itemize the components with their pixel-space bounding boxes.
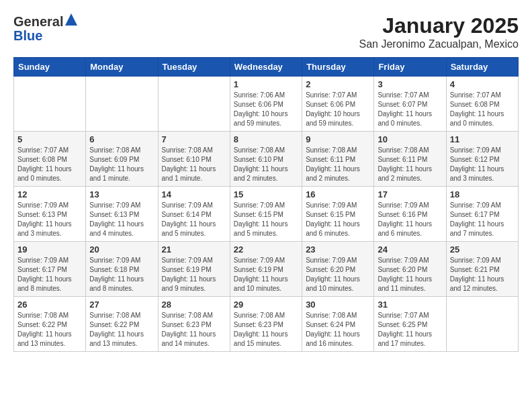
- page-header: General Blue January 2025 San Jeronimo Z…: [13, 13, 519, 50]
- day-number: 12: [17, 189, 82, 199]
- day-info: Sunrise: 7:09 AM Sunset: 6:20 PM Dayligh…: [306, 256, 370, 293]
- day-number: 18: [450, 189, 515, 199]
- calendar-title: January 2025: [359, 13, 519, 38]
- day-number: 20: [89, 244, 154, 255]
- day-info: Sunrise: 7:09 AM Sunset: 6:17 PM Dayligh…: [17, 256, 82, 293]
- calendar-cell: 21Sunrise: 7:09 AM Sunset: 6:19 PM Dayli…: [158, 242, 230, 297]
- weekday-header-monday: Monday: [86, 58, 158, 77]
- weekday-header-thursday: Thursday: [302, 58, 374, 77]
- calendar-cell: 2Sunrise: 7:07 AM Sunset: 6:06 PM Daylig…: [302, 77, 374, 132]
- weekday-header-sunday: Sunday: [14, 58, 86, 77]
- day-info: Sunrise: 7:08 AM Sunset: 6:10 PM Dayligh…: [162, 146, 226, 183]
- day-info: Sunrise: 7:07 AM Sunset: 6:08 PM Dayligh…: [450, 91, 515, 128]
- calendar-cell: 14Sunrise: 7:09 AM Sunset: 6:14 PM Dayli…: [158, 187, 230, 242]
- day-number: 4: [450, 79, 515, 89]
- day-info: Sunrise: 7:09 AM Sunset: 6:15 PM Dayligh…: [306, 201, 370, 238]
- calendar-body: 1Sunrise: 7:06 AM Sunset: 6:06 PM Daylig…: [14, 77, 519, 352]
- calendar-cell: [86, 77, 158, 132]
- calendar-cell: 20Sunrise: 7:09 AM Sunset: 6:18 PM Dayli…: [86, 242, 158, 297]
- day-info: Sunrise: 7:08 AM Sunset: 6:11 PM Dayligh…: [378, 146, 442, 183]
- day-number: 22: [234, 244, 298, 255]
- logo-general-text: General: [13, 14, 63, 29]
- day-info: Sunrise: 7:08 AM Sunset: 6:09 PM Dayligh…: [89, 146, 154, 183]
- calendar-cell: 22Sunrise: 7:09 AM Sunset: 6:19 PM Dayli…: [230, 242, 302, 297]
- week-row-3: 12Sunrise: 7:09 AM Sunset: 6:13 PM Dayli…: [14, 187, 519, 242]
- day-info: Sunrise: 7:08 AM Sunset: 6:23 PM Dayligh…: [162, 311, 226, 349]
- day-number: 24: [378, 244, 442, 255]
- calendar-cell: 28Sunrise: 7:08 AM Sunset: 6:23 PM Dayli…: [158, 297, 230, 352]
- calendar-cell: 13Sunrise: 7:09 AM Sunset: 6:13 PM Dayli…: [86, 187, 158, 242]
- day-info: Sunrise: 7:09 AM Sunset: 6:18 PM Dayligh…: [89, 256, 154, 293]
- day-info: Sunrise: 7:09 AM Sunset: 6:19 PM Dayligh…: [234, 256, 298, 293]
- day-number: 28: [162, 300, 226, 310]
- week-row-5: 26Sunrise: 7:08 AM Sunset: 6:22 PM Dayli…: [14, 297, 519, 352]
- weekday-header-tuesday: Tuesday: [158, 58, 230, 77]
- day-number: 3: [378, 79, 442, 89]
- day-info: Sunrise: 7:09 AM Sunset: 6:15 PM Dayligh…: [234, 201, 298, 238]
- calendar-cell: 16Sunrise: 7:09 AM Sunset: 6:15 PM Dayli…: [302, 187, 374, 242]
- day-info: Sunrise: 7:09 AM Sunset: 6:19 PM Dayligh…: [162, 256, 226, 293]
- calendar-cell: [14, 77, 86, 132]
- weekday-header-saturday: Saturday: [446, 58, 518, 77]
- weekday-header-wednesday: Wednesday: [230, 58, 302, 77]
- calendar-cell: 3Sunrise: 7:07 AM Sunset: 6:07 PM Daylig…: [374, 77, 446, 132]
- logo-icon: [65, 13, 77, 28]
- calendar-cell: 7Sunrise: 7:08 AM Sunset: 6:10 PM Daylig…: [158, 132, 230, 187]
- calendar-cell: 29Sunrise: 7:08 AM Sunset: 6:23 PM Dayli…: [230, 297, 302, 352]
- day-number: 14: [162, 189, 226, 199]
- day-number: 7: [162, 134, 226, 144]
- day-number: 29: [234, 300, 298, 310]
- day-number: 25: [450, 244, 515, 255]
- calendar-cell: 17Sunrise: 7:09 AM Sunset: 6:16 PM Dayli…: [374, 187, 446, 242]
- calendar-cell: 10Sunrise: 7:08 AM Sunset: 6:11 PM Dayli…: [374, 132, 446, 187]
- week-row-1: 1Sunrise: 7:06 AM Sunset: 6:06 PM Daylig…: [14, 77, 519, 132]
- calendar-cell: 25Sunrise: 7:09 AM Sunset: 6:21 PM Dayli…: [446, 242, 518, 297]
- calendar-table: SundayMondayTuesdayWednesdayThursdayFrid…: [13, 57, 519, 352]
- calendar-cell: 30Sunrise: 7:08 AM Sunset: 6:24 PM Dayli…: [302, 297, 374, 352]
- calendar-cell: 15Sunrise: 7:09 AM Sunset: 6:15 PM Dayli…: [230, 187, 302, 242]
- day-number: 27: [89, 300, 154, 310]
- day-info: Sunrise: 7:07 AM Sunset: 6:08 PM Dayligh…: [17, 146, 82, 183]
- calendar-cell: 19Sunrise: 7:09 AM Sunset: 6:17 PM Dayli…: [14, 242, 86, 297]
- day-number: 26: [17, 300, 82, 310]
- day-info: Sunrise: 7:08 AM Sunset: 6:23 PM Dayligh…: [234, 311, 298, 349]
- week-row-2: 5Sunrise: 7:07 AM Sunset: 6:08 PM Daylig…: [14, 132, 519, 187]
- logo-blue-text: Blue: [13, 28, 42, 43]
- day-info: Sunrise: 7:09 AM Sunset: 6:13 PM Dayligh…: [17, 201, 82, 238]
- calendar-cell: [158, 77, 230, 132]
- day-number: 11: [450, 134, 515, 144]
- weekday-header-friday: Friday: [374, 58, 446, 77]
- day-info: Sunrise: 7:07 AM Sunset: 6:06 PM Dayligh…: [306, 91, 370, 128]
- calendar-cell: 11Sunrise: 7:09 AM Sunset: 6:12 PM Dayli…: [446, 132, 518, 187]
- day-number: 16: [306, 189, 370, 199]
- calendar-subtitle: San Jeronimo Zacualpan, Mexico: [359, 38, 519, 50]
- calendar-cell: 6Sunrise: 7:08 AM Sunset: 6:09 PM Daylig…: [86, 132, 158, 187]
- calendar-cell: 23Sunrise: 7:09 AM Sunset: 6:20 PM Dayli…: [302, 242, 374, 297]
- day-info: Sunrise: 7:09 AM Sunset: 6:13 PM Dayligh…: [89, 201, 154, 238]
- calendar-cell: 31Sunrise: 7:07 AM Sunset: 6:25 PM Dayli…: [374, 297, 446, 352]
- day-info: Sunrise: 7:08 AM Sunset: 6:24 PM Dayligh…: [306, 311, 370, 349]
- day-info: Sunrise: 7:08 AM Sunset: 6:10 PM Dayligh…: [234, 146, 298, 183]
- calendar-cell: 27Sunrise: 7:08 AM Sunset: 6:22 PM Dayli…: [86, 297, 158, 352]
- calendar-cell: 1Sunrise: 7:06 AM Sunset: 6:06 PM Daylig…: [230, 77, 302, 132]
- calendar-cell: 4Sunrise: 7:07 AM Sunset: 6:08 PM Daylig…: [446, 77, 518, 132]
- day-number: 1: [234, 79, 298, 89]
- day-number: 19: [17, 244, 82, 255]
- day-info: Sunrise: 7:07 AM Sunset: 6:25 PM Dayligh…: [378, 311, 442, 349]
- calendar-cell: 18Sunrise: 7:09 AM Sunset: 6:17 PM Dayli…: [446, 187, 518, 242]
- weekday-row: SundayMondayTuesdayWednesdayThursdayFrid…: [14, 58, 519, 77]
- day-number: 5: [17, 134, 82, 144]
- day-number: 15: [234, 189, 298, 199]
- day-number: 10: [378, 134, 442, 144]
- day-info: Sunrise: 7:07 AM Sunset: 6:07 PM Dayligh…: [378, 91, 442, 128]
- title-block: January 2025 San Jeronimo Zacualpan, Mex…: [359, 13, 519, 50]
- day-number: 21: [162, 244, 226, 255]
- calendar-cell: 5Sunrise: 7:07 AM Sunset: 6:08 PM Daylig…: [14, 132, 86, 187]
- week-row-4: 19Sunrise: 7:09 AM Sunset: 6:17 PM Dayli…: [14, 242, 519, 297]
- day-number: 31: [378, 300, 442, 310]
- calendar-cell: 24Sunrise: 7:09 AM Sunset: 6:20 PM Dayli…: [374, 242, 446, 297]
- day-number: 2: [306, 79, 370, 89]
- calendar-cell: [446, 297, 518, 352]
- day-number: 17: [378, 189, 442, 199]
- logo: General Blue: [13, 13, 77, 43]
